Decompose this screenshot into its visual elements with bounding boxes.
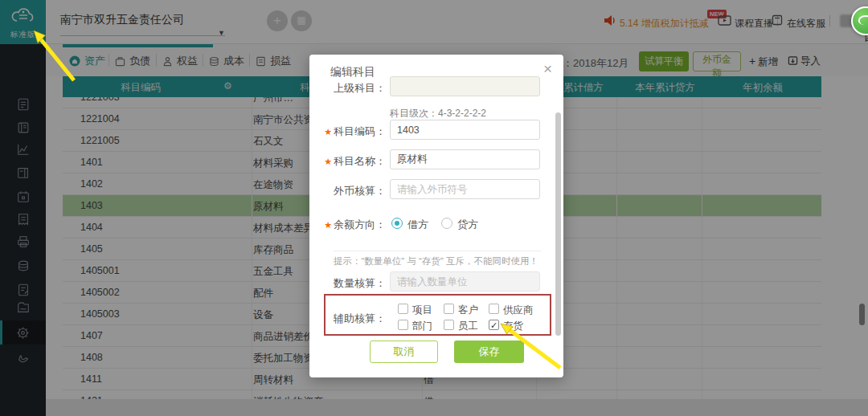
radio-credit-label[interactable]: 贷方 — [457, 218, 478, 232]
foreign-currency-field[interactable] — [390, 179, 540, 199]
radio-debit-label[interactable]: 借方 — [407, 218, 428, 232]
account-level-text: 科目级次：4-3-2-2-2-2 — [390, 107, 486, 120]
account-code-field[interactable] — [390, 120, 540, 140]
parent-account-field — [390, 76, 540, 96]
quantity-label: 数量核算： — [309, 276, 386, 291]
app-window: 南宁市双升五金责任公司 ▼ + ▦ 5.14 增值税加计抵减 NEW 课程直播 … — [0, 0, 868, 416]
account-name-label: ★科目名称： — [309, 154, 386, 169]
quantity-field[interactable] — [390, 271, 540, 292]
divider — [334, 251, 541, 251]
foreign-currency-label: 外币核算： — [309, 184, 386, 198]
modal-scrollbar-thumb[interactable] — [555, 112, 561, 336]
save-button[interactable]: 保存 — [454, 341, 524, 363]
cancel-button[interactable]: 取消 — [370, 341, 438, 363]
balance-direction-label: ★余额方向： — [309, 218, 386, 232]
account-code-label: ★科目编码： — [309, 124, 386, 139]
close-icon[interactable]: × — [543, 61, 552, 76]
account-name-field[interactable] — [390, 149, 540, 169]
radio-credit[interactable] — [441, 218, 452, 229]
mutual-exclusion-hint: 提示：“数量单位” 与 “存货” 互斥，不能同时使用！ — [334, 255, 538, 267]
modal-title: 编辑科目 — [330, 65, 375, 80]
required-star: ★ — [324, 157, 332, 166]
annotation-highlight-rect — [324, 294, 551, 336]
radio-debit[interactable] — [391, 218, 403, 229]
parent-account-label: 上级科目： — [309, 81, 386, 96]
required-star: ★ — [324, 220, 332, 230]
required-star: ★ — [324, 127, 332, 137]
